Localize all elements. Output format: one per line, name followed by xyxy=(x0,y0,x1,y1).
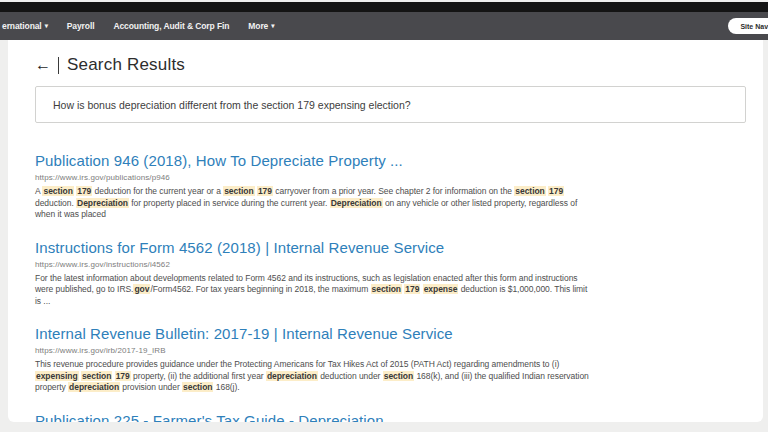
site-navigation-button[interactable]: Site Navi xyxy=(728,18,768,34)
highlighted-term: 179 xyxy=(404,284,420,294)
page-title: Search Results xyxy=(67,55,185,75)
result-title-link[interactable]: Internal Revenue Bulletin: 2017-19 | Int… xyxy=(35,325,453,342)
nav-item-ernational[interactable]: ernational▾ xyxy=(2,21,48,31)
highlighted-term: Depreciation xyxy=(76,198,129,208)
highlighted-term: depreciation xyxy=(266,371,318,381)
highlighted-term: 179 xyxy=(548,186,564,196)
search-query-box[interactable]: How is bonus depreciation different from… xyxy=(35,86,746,123)
highlighted-term: Depreciation xyxy=(330,198,383,208)
snippet-text: deduction. xyxy=(35,198,76,208)
highlighted-term: section xyxy=(223,186,254,196)
search-result: Instructions for Form 4562 (2018) | Inte… xyxy=(35,239,763,308)
snippet-text: deduction for the current year or a xyxy=(92,186,223,196)
search-result: Internal Revenue Bulletin: 2017-19 | Int… xyxy=(35,325,763,394)
result-snippet: This revenue procedure provides guidance… xyxy=(35,359,591,394)
search-query-text: How is bonus depreciation different from… xyxy=(53,99,411,111)
highlighted-term: expense xyxy=(423,284,459,294)
chevron-down-icon: ▾ xyxy=(271,22,274,29)
result-title-link[interactable]: Publication 946 (2018), How To Depreciat… xyxy=(35,152,403,169)
search-result: Publication 225 - Farmer's Tax Guide - D… xyxy=(35,412,763,423)
snippet-text: This revenue procedure provides guidance… xyxy=(35,359,559,369)
page-header: ← Search Results xyxy=(35,54,763,76)
result-url: https://www.irs.gov/publications/p946 xyxy=(35,173,763,183)
highlighted-term: section xyxy=(81,371,112,381)
nav-item-payroll[interactable]: Payroll xyxy=(67,21,95,31)
snippet-text: for property placed in service during th… xyxy=(129,198,330,208)
result-snippet: For the latest information about develop… xyxy=(35,273,591,308)
nav-item-accounting-audit-corp-fin[interactable]: Accounting, Audit & Corp Fin xyxy=(113,21,229,31)
back-arrow-icon[interactable]: ← xyxy=(35,57,51,73)
highlighted-term: section xyxy=(42,186,73,196)
highlighted-term: section xyxy=(383,371,414,381)
result-url: https://www.irs.gov/irb/2017-19_IRB xyxy=(35,346,763,356)
snippet-text: 168(j). xyxy=(213,382,239,392)
highlighted-term: 179 xyxy=(115,371,131,381)
highlighted-term: depreciation xyxy=(68,382,120,392)
highlighted-term: section xyxy=(371,284,402,294)
snippet-text: deduction under xyxy=(318,371,383,381)
highlighted-term: section xyxy=(514,186,545,196)
search-results-list: Publication 946 (2018), How To Depreciat… xyxy=(35,152,763,422)
snippet-text: property, (ii) the additional first year xyxy=(131,371,266,381)
result-snippet: A section 179 deduction for the current … xyxy=(35,186,591,221)
highlighted-term: section xyxy=(182,382,213,392)
highlighted-term: expensing xyxy=(35,371,79,381)
highlighted-term: 179 xyxy=(257,186,273,196)
snippet-text: carryover from a prior year. See chapter… xyxy=(273,186,514,196)
nav-items: ernational▾PayrollAccounting, Audit & Co… xyxy=(0,21,293,31)
header-divider xyxy=(58,57,59,74)
window-top-strip xyxy=(0,2,768,12)
highlighted-term: 179 xyxy=(76,186,92,196)
highlighted-term: gov xyxy=(133,284,150,294)
result-title-link[interactable]: Instructions for Form 4562 (2018) | Inte… xyxy=(35,239,444,256)
top-nav: ernational▾PayrollAccounting, Audit & Co… xyxy=(0,12,768,40)
result-url: https://www.irs.gov/instructions/i4562 xyxy=(35,260,763,270)
content-area: ← Search Results How is bonus depreciati… xyxy=(8,40,763,422)
search-result: Publication 946 (2018), How To Depreciat… xyxy=(35,152,763,221)
chevron-down-icon: ▾ xyxy=(45,22,48,29)
nav-item-more[interactable]: More▾ xyxy=(248,21,274,31)
result-title-link[interactable]: Publication 225 - Farmer's Tax Guide - D… xyxy=(35,412,401,423)
snippet-text: provision under xyxy=(120,382,182,392)
snippet-text: /Form4562. For tax years beginning in 20… xyxy=(150,284,370,294)
